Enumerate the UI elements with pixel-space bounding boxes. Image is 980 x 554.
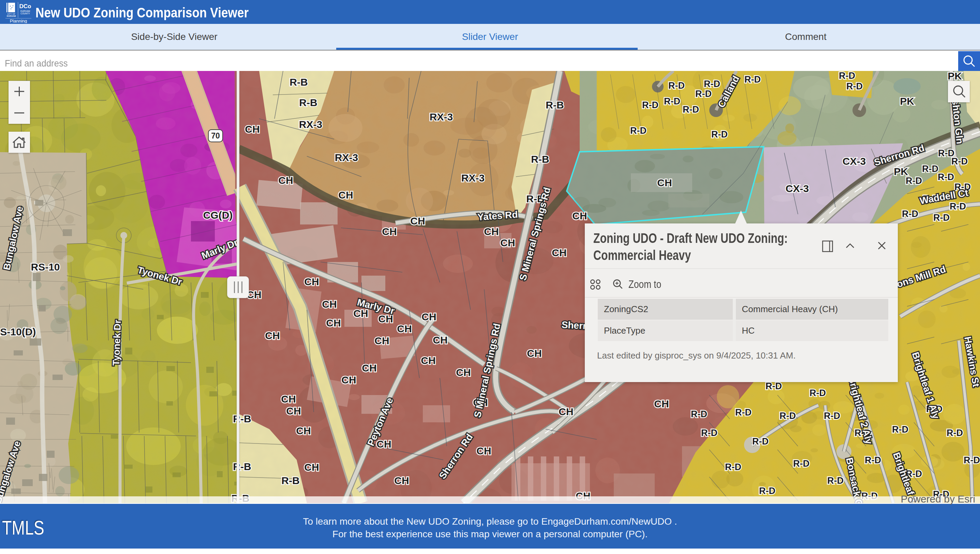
svg-text:COUNTY: COUNTY <box>21 12 30 15</box>
svg-text:DCo: DCo <box>19 3 31 10</box>
svg-text:Planning: Planning <box>10 18 27 23</box>
svg-text:DURHAM: DURHAM <box>21 10 30 12</box>
svg-text:DURHAM: DURHAM <box>7 15 16 17</box>
